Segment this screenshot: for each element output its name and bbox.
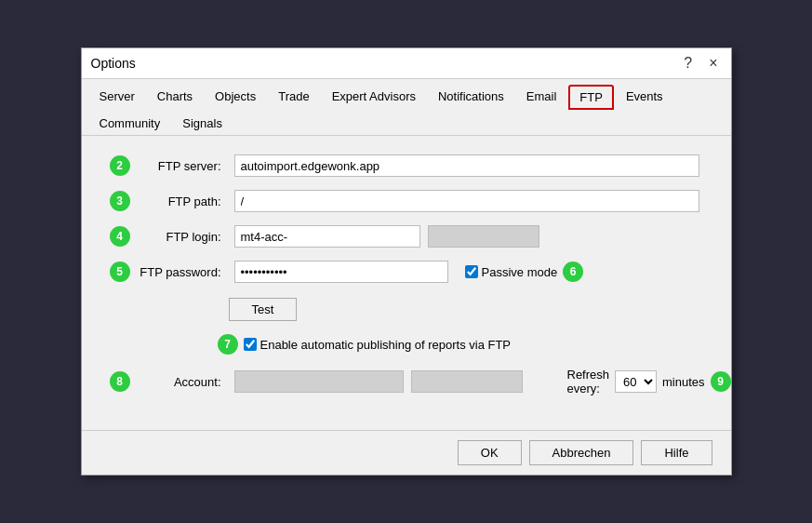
ftp-password-label: FTP password: bbox=[138, 265, 221, 279]
ftp-server-label: FTP server: bbox=[138, 159, 221, 173]
badge-9: 9 bbox=[711, 371, 731, 392]
account-first-input[interactable] bbox=[234, 370, 404, 393]
ftp-content: 2 FTP server: 3 FTP path: 4 FTP login: 5… bbox=[82, 136, 731, 430]
ok-button[interactable]: OK bbox=[458, 440, 522, 465]
ftp-login-prefix-input[interactable] bbox=[234, 225, 420, 248]
ftp-login-label: FTP login: bbox=[138, 230, 221, 244]
ftp-server-input[interactable] bbox=[234, 154, 699, 177]
badge-4: 4 bbox=[110, 226, 130, 247]
refresh-select[interactable]: 60 30 15 5 bbox=[615, 370, 657, 393]
dialog-title: Options bbox=[91, 56, 136, 71]
ftp-path-row: 3 FTP path: bbox=[110, 190, 703, 212]
account-label: Account: bbox=[138, 375, 221, 389]
ftp-path-label: FTP path: bbox=[138, 194, 221, 208]
badge-8: 8 bbox=[110, 371, 130, 392]
tab-server[interactable]: Server bbox=[89, 85, 145, 110]
refresh-unit: minutes bbox=[662, 375, 705, 389]
enable-checkbox[interactable] bbox=[244, 338, 257, 351]
tab-trade[interactable]: Trade bbox=[268, 85, 319, 110]
badge-2: 2 bbox=[110, 155, 130, 176]
badge-5: 5 bbox=[110, 262, 130, 282]
passive-mode-section: Passive mode 6 bbox=[465, 262, 584, 282]
test-button-row: Test bbox=[110, 296, 703, 321]
ftp-password-input[interactable] bbox=[234, 261, 448, 283]
tab-events[interactable]: Events bbox=[616, 85, 673, 110]
cancel-button[interactable]: Abbrechen bbox=[529, 440, 634, 465]
tab-notifications[interactable]: Notifications bbox=[428, 85, 514, 110]
title-bar: Options ? × bbox=[82, 48, 731, 79]
ftp-login-row: 4 FTP login: bbox=[110, 225, 703, 248]
account-second-input[interactable] bbox=[411, 370, 523, 393]
title-bar-actions: ? × bbox=[680, 56, 721, 71]
help-button[interactable]: ? bbox=[680, 56, 696, 71]
tab-ftp[interactable]: FTP bbox=[568, 85, 614, 110]
tab-bar: Server Charts Objects Trade Expert Advis… bbox=[82, 79, 731, 136]
tab-charts[interactable]: Charts bbox=[147, 85, 203, 110]
passive-mode-checkbox[interactable] bbox=[465, 265, 478, 278]
tab-objects[interactable]: Objects bbox=[205, 85, 266, 110]
ftp-login-suffix-input[interactable] bbox=[428, 225, 539, 248]
refresh-label: Refresh every: bbox=[567, 368, 610, 396]
test-button[interactable]: Test bbox=[229, 298, 298, 321]
refresh-section: Refresh every: 60 30 15 5 minutes 9 bbox=[567, 368, 731, 396]
badge-7: 7 bbox=[218, 334, 238, 355]
options-dialog: Options ? × Server Charts Objects Trade … bbox=[81, 47, 732, 476]
ftp-password-row: 5 FTP password: Passive mode 6 bbox=[110, 261, 703, 283]
close-button[interactable]: × bbox=[705, 56, 721, 71]
passive-mode-text: Passive mode bbox=[482, 265, 558, 279]
help-footer-button[interactable]: Hilfe bbox=[641, 440, 712, 465]
badge-6: 6 bbox=[563, 262, 583, 282]
ftp-path-input[interactable] bbox=[234, 190, 699, 212]
tab-community[interactable]: Community bbox=[89, 112, 171, 135]
enable-text: Enable automatic publishing of reports v… bbox=[260, 338, 512, 352]
enable-row: 7 Enable automatic publishing of reports… bbox=[218, 334, 703, 355]
badge-3: 3 bbox=[110, 191, 130, 211]
ftp-server-row: 2 FTP server: bbox=[110, 154, 703, 177]
tab-signals[interactable]: Signals bbox=[172, 112, 233, 135]
tab-expert-advisors[interactable]: Expert Advisors bbox=[322, 85, 426, 110]
tab-email[interactable]: Email bbox=[516, 85, 567, 110]
enable-label[interactable]: Enable automatic publishing of reports v… bbox=[244, 338, 512, 352]
footer: OK Abbrechen Hilfe bbox=[82, 430, 731, 475]
account-row: 8 Account: Refresh every: 60 30 15 5 min… bbox=[110, 368, 703, 396]
passive-mode-label[interactable]: Passive mode bbox=[465, 265, 558, 279]
